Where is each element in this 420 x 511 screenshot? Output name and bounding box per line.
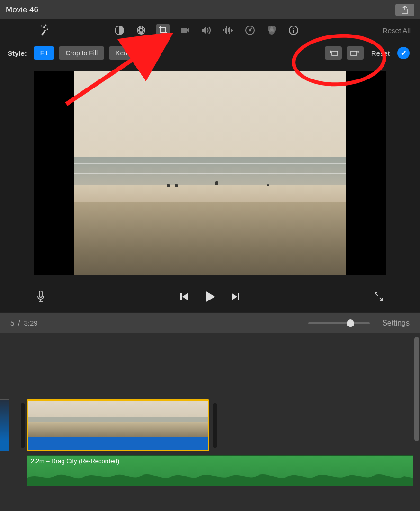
audio-track-label: 2.2m – Drag City (Re-Recorded) — [31, 458, 119, 465]
clip-thumbnails — [28, 401, 208, 437]
svg-point-12 — [138, 31, 140, 33]
svg-point-26 — [269, 29, 275, 35]
timeline-header: 5 / 3:29 Settings — [0, 312, 420, 333]
style-crop-button[interactable]: Crop to Fill — [59, 46, 104, 60]
adjustments-toolbar: Reset All — [0, 19, 420, 42]
apply-checkmark-button[interactable] — [397, 47, 410, 59]
svg-rect-17 — [226, 26, 227, 34]
svg-point-8 — [140, 29, 143, 32]
project-title: Movie 46 — [6, 5, 38, 15]
svg-point-11 — [143, 31, 144, 33]
svg-rect-19 — [229, 27, 230, 34]
transport-bar — [0, 282, 420, 312]
crop-style-bar: Style: Fit Crop to Fill Ken Burns Reset — [0, 42, 420, 64]
share-icon — [401, 6, 409, 14]
voiceover-mic-button[interactable] — [36, 290, 45, 305]
svg-rect-30 — [351, 51, 357, 55]
playback-controls — [179, 290, 241, 305]
style-fit-button[interactable]: Fit — [34, 46, 54, 60]
svg-rect-21 — [232, 30, 233, 31]
info-icon[interactable] — [287, 24, 300, 37]
svg-point-9 — [141, 26, 142, 28]
scrollbar-thumb[interactable] — [414, 337, 419, 441]
clip-attached-audio[interactable] — [28, 437, 208, 451]
rotate-cw-button[interactable] — [347, 46, 364, 60]
svg-point-3 — [45, 25, 47, 26]
timeline-settings-button[interactable]: Settings — [382, 319, 410, 327]
color-correction-icon[interactable] — [134, 24, 148, 37]
video-content — [74, 71, 346, 275]
noise-reduction-icon[interactable] — [222, 24, 235, 37]
svg-point-13 — [138, 28, 139, 30]
audio-waveform — [27, 469, 414, 486]
play-icon — [204, 290, 216, 303]
volume-icon[interactable] — [200, 24, 213, 37]
share-button[interactable] — [395, 4, 414, 16]
timeline-scrollbar[interactable] — [413, 333, 420, 511]
clip-trim-handle-right[interactable] — [213, 403, 217, 448]
crop-icon[interactable] — [156, 24, 170, 37]
timeline[interactable]: 2.2m – Drag City (Re-Recorded) — [0, 333, 420, 511]
zoom-thumb[interactable] — [347, 319, 354, 327]
color-balance-icon[interactable] — [113, 24, 126, 37]
rotate-cw-icon — [350, 49, 360, 57]
svg-rect-16 — [225, 28, 226, 33]
zoom-slider[interactable] — [308, 322, 370, 324]
svg-point-23 — [250, 30, 251, 31]
audio-track[interactable]: 2.2m – Drag City (Re-Recorded) — [27, 455, 414, 486]
time-divider: / — [18, 319, 20, 327]
svg-rect-18 — [228, 28, 229, 32]
speed-icon[interactable] — [243, 24, 257, 37]
svg-rect-29 — [332, 51, 338, 55]
rotate-ccw-icon — [328, 49, 339, 57]
total-duration: 3:29 — [24, 319, 38, 327]
skip-back-icon — [179, 291, 189, 302]
prev-button[interactable] — [179, 291, 189, 303]
checkmark-icon — [400, 50, 407, 56]
style-label: Style: — [8, 49, 27, 57]
crop-reset-button[interactable]: Reset — [371, 49, 390, 57]
fullscreen-button[interactable] — [374, 291, 384, 303]
svg-point-4 — [47, 29, 48, 30]
microphone-icon — [36, 290, 45, 303]
svg-point-5 — [43, 26, 45, 28]
pre-clip-media[interactable] — [0, 399, 9, 451]
stabilization-icon[interactable] — [178, 24, 191, 37]
clip-trim-handle-left[interactable] — [21, 403, 25, 448]
title-bar: Movie 46 — [0, 0, 420, 19]
svg-rect-31 — [39, 291, 42, 297]
svg-rect-32 — [180, 293, 182, 300]
svg-point-28 — [293, 28, 294, 29]
svg-point-10 — [143, 28, 144, 30]
svg-rect-1 — [41, 30, 46, 36]
svg-rect-20 — [231, 29, 232, 32]
svg-rect-15 — [223, 29, 224, 31]
preview-viewer — [0, 64, 420, 282]
svg-point-2 — [41, 26, 42, 27]
selected-video-clip[interactable] — [27, 399, 209, 451]
rotate-ccw-button[interactable] — [325, 46, 342, 60]
reset-all-button[interactable]: Reset All — [383, 26, 411, 35]
next-button[interactable] — [230, 291, 241, 303]
magic-wand-icon[interactable] — [37, 23, 51, 37]
expand-icon — [374, 291, 384, 302]
play-button[interactable] — [204, 290, 216, 305]
playhead-position: 5 — [10, 319, 14, 327]
filters-icon[interactable] — [265, 24, 278, 37]
svg-rect-14 — [181, 28, 187, 33]
style-kenburns-button[interactable]: Ken Burns — [109, 46, 153, 60]
svg-rect-33 — [238, 293, 239, 300]
skip-forward-icon — [230, 291, 241, 302]
video-frame[interactable] — [34, 71, 386, 275]
